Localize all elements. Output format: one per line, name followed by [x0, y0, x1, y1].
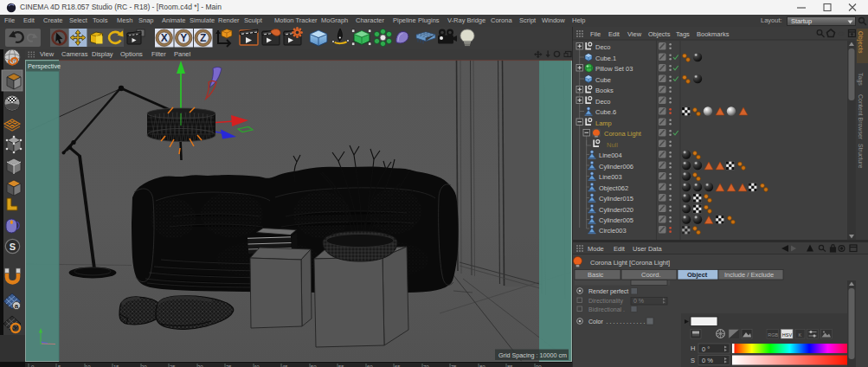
svg-text:Directionality: Directionality [588, 298, 624, 305]
svg-text:Edit: Edit [608, 30, 620, 38]
svg-text:65: 65 [395, 364, 401, 367]
svg-text:Circle003: Circle003 [599, 227, 627, 235]
svg-text:55: 55 [338, 364, 344, 367]
svg-text:Cylinder020: Cylinder020 [599, 206, 633, 214]
svg-text:Line003: Line003 [599, 173, 622, 181]
svg-text:Corona Light: Corona Light [604, 130, 642, 138]
svg-text:10: 10 [85, 364, 91, 367]
svg-text:70: 70 [423, 364, 429, 367]
svg-text:Line004: Line004 [599, 151, 622, 159]
svg-text:User Data: User Data [633, 245, 663, 253]
svg-text:50: 50 [311, 364, 317, 367]
svg-text:Color . . . . . . . . . . . .: Color . . . . . . . . . . . . [588, 319, 645, 325]
svg-text:Deco: Deco [595, 98, 611, 106]
svg-text:Books: Books [595, 87, 614, 94]
svg-text:Bookmarks: Bookmarks [697, 30, 730, 38]
svg-text:Corona Light [Corona Light]: Corona Light [Corona Light] [590, 259, 670, 267]
svg-text:Deco: Deco [595, 43, 611, 51]
svg-text:Null: Null [607, 141, 618, 149]
svg-text:Grid Spacing : 10000 cm: Grid Spacing : 10000 cm [498, 351, 567, 359]
svg-text:30: 30 [197, 364, 203, 367]
svg-text:Basic: Basic [588, 271, 604, 279]
svg-text:25: 25 [170, 364, 176, 367]
svg-text:Perspective: Perspective [28, 62, 61, 70]
svg-text:Coord.: Coord. [641, 271, 661, 279]
svg-text:Mode: Mode [588, 245, 604, 253]
svg-text:K: K [799, 332, 802, 338]
svg-text:Tags: Tags [676, 30, 690, 38]
svg-text:Object: Object [687, 271, 708, 279]
svg-text:20: 20 [141, 364, 147, 367]
svg-text:Cube.1: Cube.1 [595, 55, 616, 62]
svg-text:0 %: 0 % [633, 298, 644, 304]
svg-text:Lamp: Lamp [595, 119, 612, 127]
svg-text:Pillow Set 03: Pillow Set 03 [595, 65, 633, 73]
svg-text:Y: Y [180, 32, 187, 44]
svg-text:Cylinder015: Cylinder015 [599, 195, 633, 203]
svg-text:75: 75 [451, 364, 457, 367]
svg-text:X: X [161, 32, 168, 44]
svg-text:35: 35 [226, 364, 232, 367]
svg-text:a: a [15, 302, 19, 310]
svg-text:60: 60 [367, 364, 373, 367]
svg-text:90: 90 [536, 364, 542, 367]
svg-text:Objects: Objects [648, 30, 671, 38]
svg-text:RGB: RGB [768, 332, 778, 338]
svg-text:S: S [691, 357, 695, 364]
svg-text:Edit: Edit [614, 245, 626, 253]
svg-text:Cube: Cube [595, 76, 611, 84]
svg-text:File: File [590, 30, 601, 38]
svg-text:45: 45 [282, 364, 288, 367]
svg-text:Cube.6: Cube.6 [595, 108, 616, 116]
svg-text:HSV: HSV [782, 332, 793, 338]
svg-text:15: 15 [113, 364, 119, 367]
svg-text:80: 80 [479, 364, 485, 367]
svg-text:H: H [691, 344, 695, 352]
svg-text:85: 85 [507, 364, 513, 367]
svg-text:0 %: 0 % [702, 357, 713, 364]
svg-text:Render perfect: Render perfect [588, 288, 628, 295]
svg-text:40: 40 [254, 364, 260, 367]
svg-text:Cylinder005: Cylinder005 [599, 216, 633, 224]
svg-text:Include / Exclude: Include / Exclude [724, 271, 774, 279]
svg-text:S: S [10, 241, 16, 252]
svg-text:0 °: 0 ° [702, 345, 710, 353]
svg-text:Cylinder006: Cylinder006 [599, 163, 633, 171]
svg-text:5: 5 [58, 364, 61, 367]
svg-text:Z: Z [200, 32, 206, 44]
svg-text:Object062: Object062 [599, 184, 628, 192]
svg-text:Bidirectional .: Bidirectional . [588, 306, 625, 312]
svg-text:0: 0 [31, 364, 35, 367]
svg-text:View: View [627, 30, 642, 38]
